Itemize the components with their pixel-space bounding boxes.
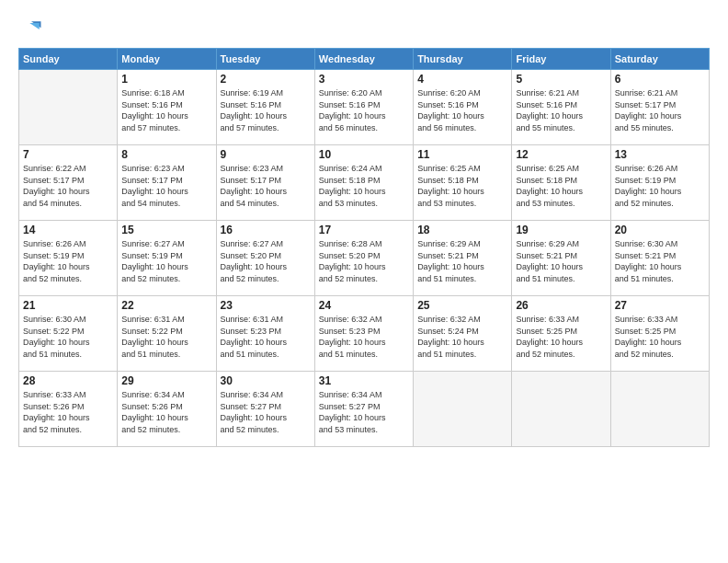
day-info: Sunrise: 6:33 AM Sunset: 5:25 PM Dayligh…: [516, 314, 606, 360]
calendar-cell: [512, 372, 610, 447]
day-number: 4: [417, 73, 507, 86]
day-number: 5: [516, 73, 606, 86]
day-number: 23: [221, 299, 311, 312]
weekday-header-monday: Monday: [118, 49, 216, 70]
calendar-cell: 29Sunrise: 6:34 AM Sunset: 5:26 PM Dayli…: [118, 372, 216, 447]
calendar-cell: 20Sunrise: 6:30 AM Sunset: 5:21 PM Dayli…: [610, 221, 709, 296]
calendar-cell: 16Sunrise: 6:27 AM Sunset: 5:20 PM Dayli…: [216, 221, 314, 296]
day-info: Sunrise: 6:18 AM Sunset: 5:16 PM Dayligh…: [121, 87, 211, 133]
calendar-cell: 4Sunrise: 6:20 AM Sunset: 5:16 PM Daylig…: [414, 70, 512, 145]
week-row-4: 28Sunrise: 6:33 AM Sunset: 5:26 PM Dayli…: [19, 372, 710, 447]
day-number: 22: [121, 299, 211, 312]
day-number: 24: [319, 299, 409, 312]
day-info: Sunrise: 6:28 AM Sunset: 5:20 PM Dayligh…: [319, 238, 409, 284]
day-info: Sunrise: 6:30 AM Sunset: 5:22 PM Dayligh…: [23, 314, 113, 360]
day-number: 19: [516, 224, 606, 236]
calendar-cell: 9Sunrise: 6:23 AM Sunset: 5:17 PM Daylig…: [216, 145, 314, 221]
weekday-header-thursday: Thursday: [414, 49, 512, 70]
calendar-cell: 24Sunrise: 6:32 AM Sunset: 5:23 PM Dayli…: [314, 296, 413, 372]
day-number: 6: [615, 73, 705, 86]
calendar-cell: 6Sunrise: 6:21 AM Sunset: 5:17 PM Daylig…: [610, 70, 709, 145]
day-number: 3: [319, 73, 409, 86]
day-info: Sunrise: 6:21 AM Sunset: 5:16 PM Dayligh…: [516, 87, 606, 133]
day-info: Sunrise: 6:30 AM Sunset: 5:21 PM Dayligh…: [615, 238, 705, 284]
week-row-3: 21Sunrise: 6:30 AM Sunset: 5:22 PM Dayli…: [19, 296, 710, 372]
calendar-cell: 30Sunrise: 6:34 AM Sunset: 5:27 PM Dayli…: [216, 372, 314, 447]
logo: [18, 17, 48, 42]
day-number: 8: [121, 148, 211, 161]
calendar-cell: 25Sunrise: 6:32 AM Sunset: 5:24 PM Dayli…: [414, 296, 512, 372]
calendar: SundayMondayTuesdayWednesdayThursdayFrid…: [18, 48, 710, 447]
calendar-cell: 10Sunrise: 6:24 AM Sunset: 5:18 PM Dayli…: [314, 145, 413, 221]
day-info: Sunrise: 6:32 AM Sunset: 5:23 PM Dayligh…: [319, 314, 409, 360]
day-info: Sunrise: 6:29 AM Sunset: 5:21 PM Dayligh…: [417, 238, 507, 284]
calendar-cell: [610, 372, 709, 447]
day-number: 13: [615, 148, 705, 161]
calendar-cell: 21Sunrise: 6:30 AM Sunset: 5:22 PM Dayli…: [19, 296, 118, 372]
calendar-cell: 23Sunrise: 6:31 AM Sunset: 5:23 PM Dayli…: [216, 296, 314, 372]
day-number: 29: [121, 374, 211, 387]
day-info: Sunrise: 6:31 AM Sunset: 5:22 PM Dayligh…: [121, 314, 211, 360]
calendar-cell: 31Sunrise: 6:34 AM Sunset: 5:27 PM Dayli…: [314, 372, 413, 447]
weekday-header-row: SundayMondayTuesdayWednesdayThursdayFrid…: [19, 49, 710, 70]
day-number: 1: [121, 73, 211, 86]
weekday-header-sunday: Sunday: [19, 49, 118, 70]
day-info: Sunrise: 6:25 AM Sunset: 5:18 PM Dayligh…: [417, 163, 507, 209]
day-info: Sunrise: 6:31 AM Sunset: 5:23 PM Dayligh…: [221, 314, 311, 360]
day-info: Sunrise: 6:21 AM Sunset: 5:17 PM Dayligh…: [615, 87, 705, 133]
calendar-cell: 26Sunrise: 6:33 AM Sunset: 5:25 PM Dayli…: [512, 296, 610, 372]
calendar-cell: 12Sunrise: 6:25 AM Sunset: 5:18 PM Dayli…: [512, 145, 610, 221]
day-number: 11: [417, 148, 507, 161]
day-info: Sunrise: 6:24 AM Sunset: 5:18 PM Dayligh…: [319, 163, 409, 209]
calendar-cell: 28Sunrise: 6:33 AM Sunset: 5:26 PM Dayli…: [19, 372, 118, 447]
day-info: Sunrise: 6:25 AM Sunset: 5:18 PM Dayligh…: [516, 163, 606, 209]
calendar-cell: 2Sunrise: 6:19 AM Sunset: 5:16 PM Daylig…: [216, 70, 314, 145]
day-number: 31: [319, 374, 409, 387]
week-row-1: 7Sunrise: 6:22 AM Sunset: 5:17 PM Daylig…: [19, 145, 710, 221]
day-number: 14: [23, 224, 113, 236]
weekday-header-friday: Friday: [512, 49, 610, 70]
weekday-header-wednesday: Wednesday: [314, 49, 413, 70]
day-number: 18: [417, 224, 507, 236]
week-row-0: 1Sunrise: 6:18 AM Sunset: 5:16 PM Daylig…: [19, 70, 710, 145]
calendar-cell: 15Sunrise: 6:27 AM Sunset: 5:19 PM Dayli…: [118, 221, 216, 296]
day-info: Sunrise: 6:34 AM Sunset: 5:26 PM Dayligh…: [121, 389, 211, 435]
page: SundayMondayTuesdayWednesdayThursdayFrid…: [0, 0, 728, 563]
calendar-cell: 18Sunrise: 6:29 AM Sunset: 5:21 PM Dayli…: [414, 221, 512, 296]
day-info: Sunrise: 6:23 AM Sunset: 5:17 PM Dayligh…: [121, 163, 211, 209]
header: [18, 17, 710, 42]
weekday-header-tuesday: Tuesday: [216, 49, 314, 70]
day-info: Sunrise: 6:19 AM Sunset: 5:16 PM Dayligh…: [221, 87, 311, 133]
day-info: Sunrise: 6:29 AM Sunset: 5:21 PM Dayligh…: [516, 238, 606, 284]
day-info: Sunrise: 6:33 AM Sunset: 5:25 PM Dayligh…: [615, 314, 705, 360]
day-info: Sunrise: 6:32 AM Sunset: 5:24 PM Dayligh…: [417, 314, 507, 360]
day-number: 12: [516, 148, 606, 161]
calendar-cell: 19Sunrise: 6:29 AM Sunset: 5:21 PM Dayli…: [512, 221, 610, 296]
day-number: 30: [221, 374, 311, 387]
day-number: 9: [221, 148, 311, 161]
day-info: Sunrise: 6:27 AM Sunset: 5:20 PM Dayligh…: [221, 238, 311, 284]
day-info: Sunrise: 6:22 AM Sunset: 5:17 PM Dayligh…: [23, 163, 113, 209]
day-number: 21: [23, 299, 113, 312]
day-number: 16: [221, 224, 311, 236]
day-info: Sunrise: 6:26 AM Sunset: 5:19 PM Dayligh…: [615, 163, 705, 209]
calendar-cell: 14Sunrise: 6:26 AM Sunset: 5:19 PM Dayli…: [19, 221, 118, 296]
day-info: Sunrise: 6:34 AM Sunset: 5:27 PM Dayligh…: [319, 389, 409, 435]
calendar-cell: [414, 372, 512, 447]
calendar-cell: 3Sunrise: 6:20 AM Sunset: 5:16 PM Daylig…: [314, 70, 413, 145]
day-number: 20: [615, 224, 705, 236]
day-info: Sunrise: 6:34 AM Sunset: 5:27 PM Dayligh…: [221, 389, 311, 435]
calendar-cell: 22Sunrise: 6:31 AM Sunset: 5:22 PM Dayli…: [118, 296, 216, 372]
day-number: 10: [319, 148, 409, 161]
day-info: Sunrise: 6:26 AM Sunset: 5:19 PM Dayligh…: [23, 238, 113, 284]
calendar-cell: 5Sunrise: 6:21 AM Sunset: 5:16 PM Daylig…: [512, 70, 610, 145]
day-number: 15: [121, 224, 211, 236]
day-info: Sunrise: 6:33 AM Sunset: 5:26 PM Dayligh…: [23, 389, 113, 435]
weekday-header-saturday: Saturday: [610, 49, 709, 70]
day-info: Sunrise: 6:20 AM Sunset: 5:16 PM Dayligh…: [319, 87, 409, 133]
calendar-cell: 11Sunrise: 6:25 AM Sunset: 5:18 PM Dayli…: [414, 145, 512, 221]
day-info: Sunrise: 6:20 AM Sunset: 5:16 PM Dayligh…: [417, 87, 507, 133]
calendar-cell: 27Sunrise: 6:33 AM Sunset: 5:25 PM Dayli…: [610, 296, 709, 372]
calendar-cell: 17Sunrise: 6:28 AM Sunset: 5:20 PM Dayli…: [314, 221, 413, 296]
calendar-cell: 1Sunrise: 6:18 AM Sunset: 5:16 PM Daylig…: [118, 70, 216, 145]
